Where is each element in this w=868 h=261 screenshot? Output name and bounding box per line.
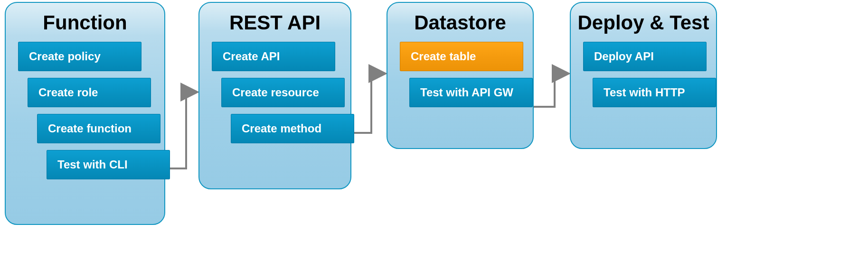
panel-function: Function Create policy Create role Creat…	[5, 2, 165, 225]
step-create-api: Create API	[212, 42, 335, 71]
panel-title: Deploy & Test	[571, 11, 716, 34]
step-test-with-api-gw: Test with API GW	[409, 78, 533, 107]
steps-list: Deploy API Test with HTTP	[571, 42, 716, 124]
step-test-with-http: Test with HTTP	[593, 78, 716, 107]
panel-title: Function	[6, 11, 164, 34]
step-deploy-api: Deploy API	[583, 42, 707, 71]
steps-list: Create table Test with API GW	[387, 42, 533, 124]
steps-list: Create policy Create role Create functio…	[6, 42, 164, 196]
arrow-restapi-to-datastore	[351, 74, 384, 133]
panel-datastore: Datastore Create table Test with API GW	[387, 2, 534, 149]
step-create-policy: Create policy	[18, 42, 142, 71]
panel-rest-api: REST API Create API Create resource Crea…	[198, 2, 351, 189]
arrow-datastore-to-deploy	[534, 74, 567, 107]
step-test-with-cli: Test with CLI	[47, 150, 170, 179]
step-create-table: Create table	[400, 42, 523, 71]
step-create-function: Create function	[37, 114, 160, 143]
diagram-canvas: Function Create policy Create role Creat…	[0, 0, 868, 261]
panel-deploy-test: Deploy & Test Deploy API Test with HTTP	[570, 2, 717, 149]
steps-list: Create API Create resource Create method	[199, 42, 350, 160]
panel-title: Datastore	[387, 11, 533, 34]
step-create-resource: Create resource	[221, 78, 345, 107]
panel-title: REST API	[199, 11, 350, 34]
step-create-role: Create role	[28, 78, 151, 107]
step-create-method: Create method	[231, 114, 354, 143]
